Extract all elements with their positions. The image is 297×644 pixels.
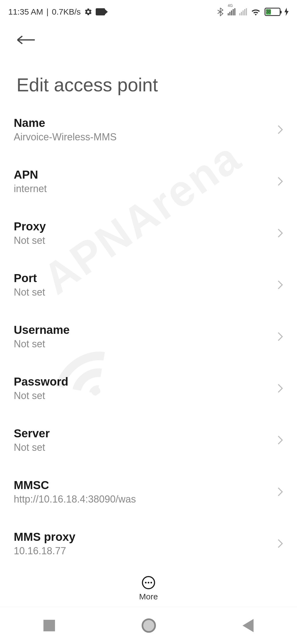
signal-none-icon bbox=[239, 8, 247, 15]
setting-value: Not set bbox=[14, 235, 46, 246]
chevron-right-icon bbox=[277, 539, 283, 549]
setting-proxy[interactable]: Proxy Not set bbox=[14, 207, 283, 259]
setting-label: Name bbox=[14, 116, 117, 130]
setting-password[interactable]: Password Not set bbox=[14, 362, 283, 414]
setting-mms-proxy[interactable]: MMS proxy 10.16.18.77 bbox=[14, 518, 283, 569]
setting-value: Airvoice-Wireless-MMS bbox=[14, 131, 117, 143]
signal-4g: 4G bbox=[228, 8, 235, 15]
settings-list: Name Airvoice-Wireless-MMS APN internet … bbox=[0, 104, 297, 569]
chevron-right-icon bbox=[277, 280, 283, 290]
chevron-right-icon bbox=[277, 383, 283, 393]
chevron-right-icon bbox=[277, 176, 283, 186]
charging-icon bbox=[284, 8, 289, 16]
setting-apn[interactable]: APN internet bbox=[14, 155, 283, 207]
setting-value: Not set bbox=[14, 442, 50, 453]
back-button[interactable] bbox=[16, 34, 286, 47]
chevron-right-icon bbox=[277, 487, 283, 497]
setting-label: Proxy bbox=[14, 220, 46, 233]
status-data-rate: 0.7KB/s bbox=[52, 7, 81, 17]
setting-port[interactable]: Port Not set bbox=[14, 259, 283, 311]
nav-recent-button[interactable] bbox=[43, 620, 55, 631]
status-separator: | bbox=[46, 7, 49, 17]
header: Edit access point bbox=[0, 21, 297, 104]
setting-value: 10.16.18.77 bbox=[14, 545, 75, 557]
gear-icon bbox=[84, 8, 92, 16]
setting-label: Password bbox=[14, 375, 68, 388]
status-time: 11:35 AM bbox=[8, 7, 43, 17]
chevron-right-icon bbox=[277, 228, 283, 238]
battery-percentage: 38 bbox=[266, 9, 271, 15]
chevron-right-icon bbox=[277, 332, 283, 342]
status-bar: 11:35 AM | 0.7KB/s 4G 38 bbox=[0, 0, 297, 21]
setting-server[interactable]: Server Not set bbox=[14, 414, 283, 466]
more-label: More bbox=[139, 592, 158, 601]
network-label: 4G bbox=[228, 3, 233, 8]
setting-label: MMS proxy bbox=[14, 530, 75, 544]
navigation-bar bbox=[0, 607, 297, 644]
battery-icon: 38 bbox=[265, 8, 280, 16]
more-icon bbox=[142, 576, 155, 589]
nav-home-button[interactable] bbox=[142, 618, 156, 633]
setting-value: http://10.16.18.4:38090/was bbox=[14, 493, 136, 505]
more-button[interactable]: More bbox=[0, 568, 297, 601]
status-left: 11:35 AM | 0.7KB/s bbox=[8, 7, 105, 17]
chevron-right-icon bbox=[277, 125, 283, 135]
setting-label: APN bbox=[14, 168, 47, 181]
chevron-right-icon bbox=[277, 435, 283, 445]
wifi-icon bbox=[251, 8, 261, 16]
setting-label: MMSC bbox=[14, 479, 136, 492]
setting-value: internet bbox=[14, 183, 47, 195]
setting-label: Port bbox=[14, 272, 45, 285]
setting-value: Not set bbox=[14, 286, 45, 298]
camera-icon bbox=[96, 8, 105, 15]
setting-username[interactable]: Username Not set bbox=[14, 311, 283, 362]
setting-label: Username bbox=[14, 323, 70, 337]
setting-mmsc[interactable]: MMSC http://10.16.18.4:38090/was bbox=[14, 466, 283, 518]
nav-back-button[interactable] bbox=[243, 619, 254, 632]
setting-value: Not set bbox=[14, 390, 68, 402]
bluetooth-icon bbox=[217, 7, 224, 16]
setting-label: Server bbox=[14, 427, 50, 440]
status-right: 4G 38 bbox=[217, 7, 289, 16]
setting-value: Not set bbox=[14, 338, 70, 350]
page-title: Edit access point bbox=[11, 74, 286, 95]
setting-name[interactable]: Name Airvoice-Wireless-MMS bbox=[14, 104, 283, 155]
